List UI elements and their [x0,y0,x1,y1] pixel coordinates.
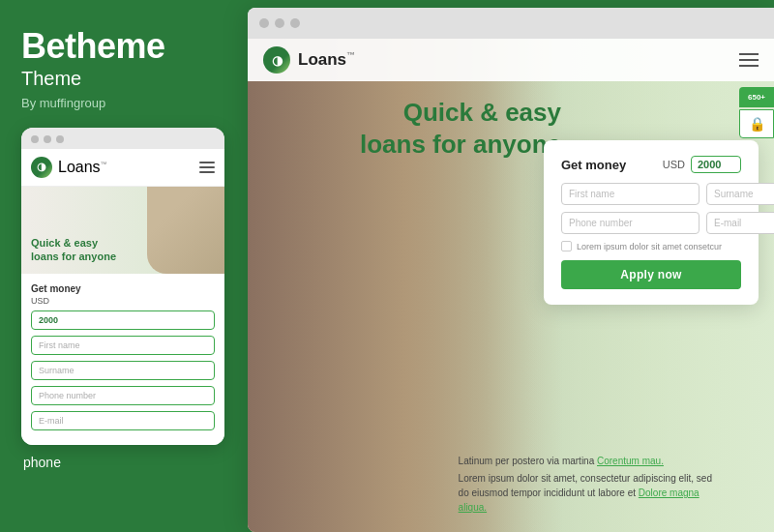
mockup-dot-1 [31,135,39,143]
browser-bottom-text: Latinum per postero via martina Corentum… [459,456,722,515]
form-usd-label: USD [663,159,685,170]
mockup-hero-image [147,187,224,274]
mockup-form: Get money USD [21,274,224,445]
mockup-logo: ◑ Loans™ [31,157,107,178]
form-email-input[interactable] [706,212,774,234]
browser-logo: ◑ Loans™ [263,46,355,74]
brand-by: By muffingroup [21,96,219,110]
form-firstname-input[interactable] [561,183,700,205]
form-amount-input[interactable] [691,156,741,173]
brand-subtitle: Theme [21,68,219,90]
phone-label: phone [21,455,219,470]
mockup-firstname-input[interactable] [31,336,215,355]
browser-nav: ◑ Loans™ [248,39,774,81]
form-get-money-label: Get money [561,158,626,172]
mockup-dot-2 [44,135,51,143]
browser-dot-1 [259,18,269,28]
apply-now-button[interactable]: Apply now [561,260,741,289]
mockup-phone-input[interactable] [31,386,215,405]
form-name-row [561,183,741,205]
mockup-usd-label: USD [31,296,215,306]
badge-count: 650+ [739,87,774,107]
brand-title: Betheme [21,27,219,66]
browser-dot-2 [275,18,284,28]
form-contact-row [561,212,741,234]
form-checkbox-label: Lorem ipsum dolor sit amet consetcur [577,242,722,251]
mockup-amount-input[interactable] [31,310,215,330]
browser-logo-text: Loans™ [298,50,355,70]
badge-lock-icon: 🔒 [739,109,774,138]
hero-heading: Quick & easy loans for anyone [360,97,561,160]
browser-content: ◑ Loans™ Quick & easy loans for anyone G… [248,39,774,532]
mockup-hero-text: Quick & easyloans for anyone [31,236,116,264]
form-checkbox[interactable] [561,241,572,251]
browser-topbar [248,8,774,39]
mockup-nav: ◑ Loans™ [21,149,224,187]
mockup-topbar [21,128,224,149]
side-badge: 650+ 🔒 [739,87,774,138]
bottom-line-1: Latinum per postero via martina Corentum… [459,456,722,466]
mockup-email-input[interactable] [31,411,215,430]
browser-dot-3 [290,18,300,28]
mockup-surname-input[interactable] [31,361,215,380]
form-phone-input[interactable] [561,212,700,234]
form-usd-row: USD [663,156,741,173]
browser-logo-icon: ◑ [263,46,290,74]
mockup-logo-icon: ◑ [31,157,52,178]
left-panel: Betheme Theme By muffingroup ◑ Loans™ Qu… [0,0,240,532]
bottom-link-1[interactable]: Corentum mau. [597,456,664,466]
mockup-logo-text: Loans™ [58,159,107,176]
bottom-link-2[interactable]: Dolore magna aliqua. [459,488,700,513]
mockup-form-title: Get money [31,283,215,294]
hero-text: Quick & easy loans for anyone [360,97,561,160]
bottom-line-2: Lorem ipsum dolor sit amet, consectetur … [459,471,722,515]
form-checkbox-row: Lorem ipsum dolor sit amet consetcur [561,241,741,251]
browser-hamburger-icon[interactable] [739,53,759,67]
mobile-mockup: ◑ Loans™ Quick & easyloans for anyone Ge… [21,128,224,445]
form-surname-input[interactable] [706,183,774,205]
right-panel: ◑ Loans™ Quick & easy loans for anyone G… [248,8,774,532]
mockup-hamburger-icon[interactable] [199,162,215,173]
form-card: Get money USD Lorem ipsum dolor sit amet… [544,140,759,305]
mockup-hero: Quick & easyloans for anyone [21,187,224,274]
form-card-header: Get money USD [561,156,741,173]
mockup-dot-3 [56,135,64,143]
